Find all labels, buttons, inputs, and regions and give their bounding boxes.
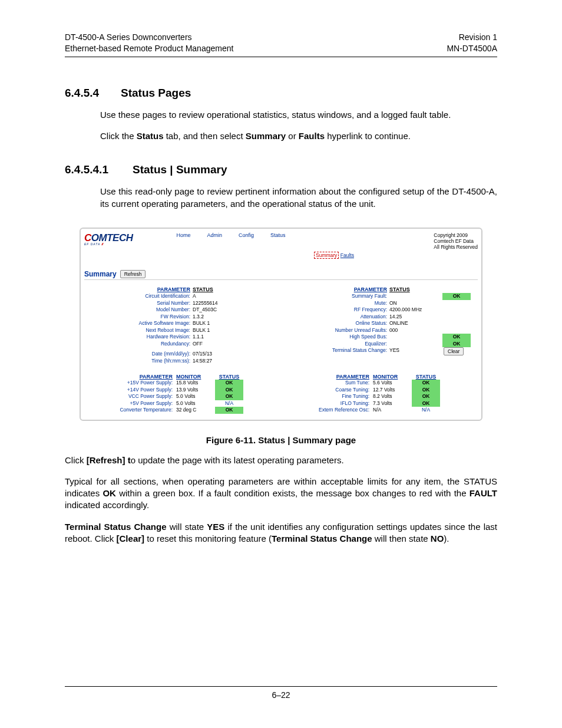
param-value: 1.3.2 bbox=[193, 314, 246, 320]
param-label: Equalizer: bbox=[281, 341, 389, 347]
status-badge: OK bbox=[442, 341, 471, 347]
param-value: 000 bbox=[389, 327, 442, 334]
paragraph: Use these pages to review operational st… bbox=[100, 109, 497, 121]
param-label: Attenuation: bbox=[281, 314, 389, 320]
monitor-label: Extern Reference Osc: bbox=[281, 407, 373, 413]
summary-heading: Summary Refresh bbox=[84, 270, 478, 278]
param-row: Summary Fault:OK bbox=[281, 293, 478, 299]
monitor-value: 7.3 Volts bbox=[373, 400, 408, 407]
monitor-row: IFLO Tuning:7.3 VoltsOK bbox=[281, 400, 478, 407]
param-value: YES bbox=[389, 347, 442, 355]
param-label: Hardware Revision: bbox=[84, 334, 193, 340]
param-row: Redundancy:OFF bbox=[84, 341, 281, 347]
param-row: Time (hh:mm:ss):14:58:27 bbox=[84, 358, 281, 364]
nav-tabs: Home Admin Config Status bbox=[176, 232, 285, 238]
paragraph: Use this read-only page to review pertin… bbox=[100, 186, 497, 210]
param-label: Serial Number: bbox=[84, 300, 193, 307]
param-row: High Speed Bus:OK bbox=[281, 334, 478, 340]
param-value bbox=[389, 341, 442, 347]
param-row: Circuit Identification:A bbox=[84, 293, 281, 299]
subsection-title: Status | Summary bbox=[133, 163, 227, 176]
divider bbox=[84, 279, 478, 280]
section-heading: 6.4.5.4Status Pages bbox=[65, 87, 497, 100]
monitor-row: VCC Power Supply:5.0 VoltsOK bbox=[84, 393, 281, 400]
clear-button[interactable]: Clear bbox=[444, 347, 464, 355]
status-badge: OK bbox=[442, 293, 471, 299]
param-row: Online Status:ONLINE bbox=[281, 320, 478, 327]
param-value: 1.1.1 bbox=[193, 334, 246, 340]
monitor-value: 12.7 Volts bbox=[373, 387, 408, 393]
section-title: Status Pages bbox=[121, 87, 191, 99]
param-label: Mute: bbox=[281, 300, 389, 307]
param-label: Model Number: bbox=[84, 307, 193, 313]
tab-config[interactable]: Config bbox=[239, 232, 254, 238]
subsection-number: 6.4.5.4.1 bbox=[65, 163, 133, 176]
param-value: A bbox=[193, 293, 246, 299]
param-value: 14:58:27 bbox=[193, 358, 246, 364]
subtab-summary[interactable]: Summary bbox=[314, 252, 339, 259]
param-status-right: PARAMETERSTATUS Summary Fault:OKMute:ONR… bbox=[281, 286, 478, 364]
paragraph: Click the Status tab, and then select Su… bbox=[100, 130, 497, 142]
section-number: 6.4.5.4 bbox=[65, 87, 121, 100]
page-header: DT-4500-A Series Downconverters Ethernet… bbox=[65, 32, 497, 57]
param-label: Number Unread Faults: bbox=[281, 327, 389, 334]
param-label: Next Reboot Image: bbox=[84, 327, 193, 334]
param-row: Mute:ON bbox=[281, 300, 478, 307]
param-value: DT_4503C bbox=[193, 307, 246, 313]
tab-admin[interactable]: Admin bbox=[207, 232, 222, 238]
monitor-label: Converter Temperature: bbox=[84, 407, 176, 413]
monitor-label: +15V Power Supply: bbox=[84, 380, 176, 386]
monitor-value: 13.9 Volts bbox=[176, 387, 211, 393]
param-row: Active Software Image:BULK 1 bbox=[84, 320, 281, 327]
paragraph: Terminal Status Change will state YES if… bbox=[65, 521, 497, 545]
monitor-label: VCC Power Supply: bbox=[84, 393, 176, 400]
param-row: Serial Number:122555614 bbox=[84, 300, 281, 307]
subsection-heading: 6.4.5.4.1Status | Summary bbox=[65, 163, 497, 176]
param-row: Model Number:DT_4503C bbox=[84, 307, 281, 313]
monitor-value: N/A bbox=[373, 407, 408, 413]
monitor-value: 5.6 Volts bbox=[373, 380, 408, 386]
param-label: Redundancy: bbox=[84, 341, 193, 347]
monitor-right: PARAMETER MONITOR STATUS Sum Tune:5.6 Vo… bbox=[281, 374, 478, 413]
paragraph: Typical for all sections, when operating… bbox=[65, 476, 497, 512]
status-text: N/A bbox=[408, 407, 444, 413]
monitor-value: 5.0 Volts bbox=[176, 400, 211, 407]
monitor-row: +15V Power Supply:15.8 VoltsOK bbox=[84, 380, 281, 386]
param-value: OFF bbox=[193, 341, 246, 347]
param-row: Equalizer:OK bbox=[281, 341, 478, 347]
status-badge: OK bbox=[215, 407, 243, 413]
param-value: 122555614 bbox=[193, 300, 246, 307]
param-row: Date (mm/dd/yy):07/15/13 bbox=[84, 351, 281, 357]
param-value: ON bbox=[389, 300, 442, 307]
subtab-faults[interactable]: Faults bbox=[340, 252, 354, 258]
param-label: RF Frequency: bbox=[281, 307, 389, 313]
status-badge: OK bbox=[412, 380, 440, 386]
param-label: Active Software Image: bbox=[84, 320, 193, 327]
param-value: 07/15/13 bbox=[193, 351, 246, 357]
param-row: Hardware Revision:1.1.1 bbox=[84, 334, 281, 340]
param-label: Date (mm/dd/yy): bbox=[84, 351, 193, 357]
monitor-row: Sum Tune:5.6 VoltsOK bbox=[281, 380, 478, 386]
param-label: Circuit Identification: bbox=[84, 293, 193, 299]
monitor-label: Fine Tuning: bbox=[281, 393, 373, 400]
tab-status[interactable]: Status bbox=[270, 232, 286, 238]
monitor-label: +14V Power Supply: bbox=[84, 387, 176, 393]
param-value: ONLINE bbox=[389, 320, 442, 327]
monitor-value: 5.0 Volts bbox=[176, 393, 211, 400]
page-number: 6–22 bbox=[65, 686, 497, 700]
param-label: Online Status: bbox=[281, 320, 389, 327]
monitor-row: Fine Tuning:8.2 VoltsOK bbox=[281, 393, 478, 400]
brand-logo: COMTECH EF DATA ///// bbox=[84, 232, 133, 246]
param-status-left: PARAMETERSTATUS Circuit Identification:A… bbox=[84, 286, 281, 364]
param-label: Time (hh:mm:ss): bbox=[84, 358, 193, 364]
param-row: Attenuation:14.25 bbox=[281, 314, 478, 320]
monitor-value: 32 deg C bbox=[176, 407, 211, 413]
param-value: 4200.000 MHz bbox=[389, 307, 442, 313]
copyright-text: Copyright 2009 Comtech EF Data All Right… bbox=[434, 232, 478, 251]
monitor-label: Coarse Tuning: bbox=[281, 387, 373, 393]
status-badge: OK bbox=[215, 387, 243, 393]
refresh-button[interactable]: Refresh bbox=[120, 270, 146, 278]
monitor-row: Coarse Tuning:12.7 VoltsOK bbox=[281, 387, 478, 393]
tab-home[interactable]: Home bbox=[176, 232, 190, 238]
status-badge: OK bbox=[412, 400, 440, 407]
